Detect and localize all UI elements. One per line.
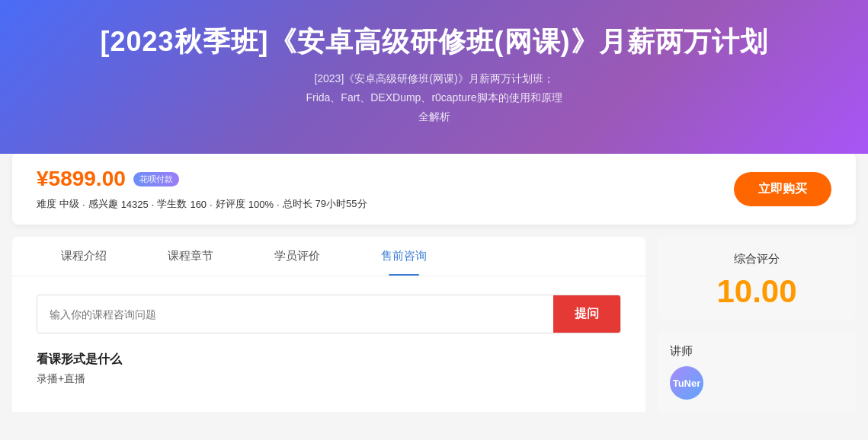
- hero-subtitle: [2023]《安卓高级研修班(网课)》月薪两万计划班； Frida、Fart、D…: [61, 69, 807, 127]
- consult-area: 提问 看课形式是什么 录播+直播: [12, 276, 645, 404]
- students-value: 160: [190, 199, 207, 210]
- students-label: 学生数: [157, 197, 187, 211]
- interest-value: 14325: [121, 199, 149, 210]
- difficulty-value: 中级: [59, 197, 79, 211]
- interest-label: 感兴趣: [88, 197, 118, 211]
- buy-button[interactable]: 立即购买: [734, 172, 831, 206]
- score-card: 综合评分 10.00: [658, 237, 856, 320]
- question-answer: 录播+直播: [37, 372, 621, 386]
- main-area: 课程介绍 课程章节 学员评价 售前咨询 提问 看课形式是什么 录播+直播: [0, 225, 868, 412]
- duration-label: 总时长: [283, 197, 312, 211]
- hero-subtitle-line2: Frida、Fart、DEXDump、r0capture脚本的使用和原理: [306, 91, 562, 104]
- huabei-badge: 花呗付款: [133, 172, 179, 187]
- tab-reviews[interactable]: 学员评价: [244, 237, 351, 276]
- hero-subtitle-line1: [2023]《安卓高级研修班(网课)》月薪两万计划班；: [314, 72, 553, 84]
- meta-row: 难度 中级 · 感兴趣 14325 · 学生数 160 · 好评度 100% ·…: [37, 197, 367, 211]
- question-title: 看课形式是什么: [37, 352, 621, 368]
- instructor-row: TuNer: [670, 366, 844, 400]
- instructor-section: 讲师 TuNer: [658, 332, 856, 412]
- tabs-bar: 课程介绍 课程章节 学员评价 售前咨询: [12, 237, 645, 276]
- difficulty-label: 难度: [37, 197, 56, 211]
- score-value: 10.00: [670, 276, 844, 308]
- consult-input[interactable]: [37, 298, 553, 331]
- price-info: ¥5899.00 花呗付款 难度 中级 · 感兴趣 14325 · 学生数 16…: [37, 167, 367, 211]
- avatar: TuNer: [670, 366, 703, 400]
- hero-title: [2023秋季班]《安卓高级研修班(网课)》月薪两万计划: [61, 24, 807, 60]
- left-content: 课程介绍 课程章节 学员评价 售前咨询 提问 看课形式是什么 录播+直播: [12, 237, 645, 412]
- dot1: ·: [82, 199, 85, 210]
- hero-banner: [2023秋季班]《安卓高级研修班(网课)》月薪两万计划 [2023]《安卓高级…: [0, 0, 868, 154]
- consult-submit-button[interactable]: 提问: [553, 295, 620, 333]
- tab-consult[interactable]: 售前咨询: [351, 237, 457, 276]
- tab-intro[interactable]: 课程介绍: [30, 237, 137, 276]
- dot2: ·: [152, 199, 155, 210]
- score-label: 综合评分: [670, 252, 844, 266]
- consult-input-row: 提问: [37, 295, 621, 333]
- dot4: ·: [277, 199, 280, 210]
- tab-chapters[interactable]: 课程章节: [137, 237, 244, 276]
- price-amount: ¥5899.00: [37, 167, 126, 191]
- price-section: ¥5899.00 花呗付款 难度 中级 · 感兴趣 14325 · 学生数 16…: [12, 153, 856, 225]
- avatar-text: TuNer: [673, 378, 701, 389]
- duration-value: 79小时55分: [315, 197, 367, 211]
- hero-subtitle-line3: 全解析: [418, 110, 450, 123]
- rating-value: 100%: [248, 199, 274, 210]
- price-row: ¥5899.00 花呗付款: [37, 167, 367, 191]
- rating-label: 好评度: [216, 197, 245, 211]
- right-sidebar: 综合评分 10.00 讲师 TuNer: [658, 237, 856, 412]
- instructor-label: 讲师: [670, 344, 844, 359]
- dot3: ·: [210, 199, 213, 210]
